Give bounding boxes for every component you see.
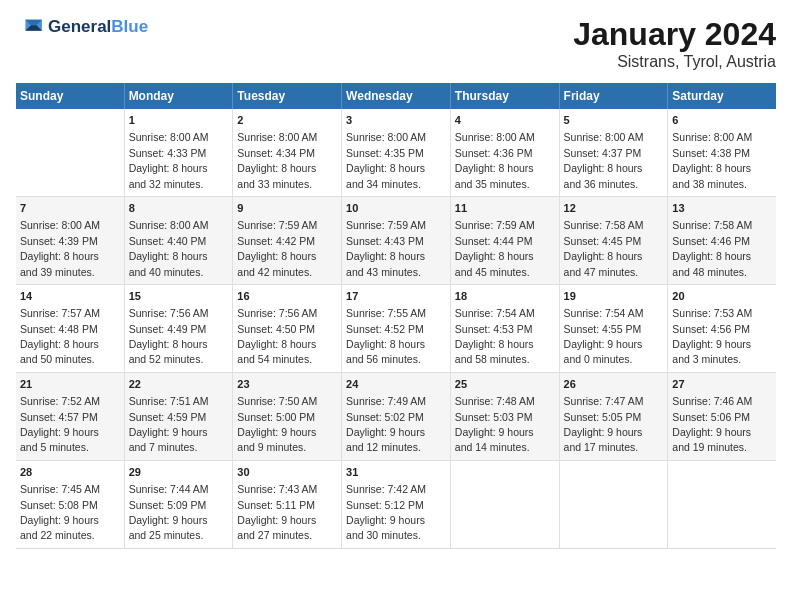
day-sunrise: Sunrise: 7:51 AM (129, 395, 209, 407)
day-sunrise: Sunrise: 7:47 AM (564, 395, 644, 407)
day-number: 23 (237, 377, 337, 392)
calendar-day: 8 Sunrise: 8:00 AM Sunset: 4:40 PM Dayli… (124, 196, 233, 284)
title-block: January 2024 Sistrans, Tyrol, Austria (573, 16, 776, 71)
calendar-day: 16 Sunrise: 7:56 AM Sunset: 4:50 PM Dayl… (233, 284, 342, 372)
calendar-day: 11 Sunrise: 7:59 AM Sunset: 4:44 PM Dayl… (450, 196, 559, 284)
day-sunrise: Sunrise: 7:43 AM (237, 483, 317, 495)
day-sunrise: Sunrise: 7:59 AM (455, 219, 535, 231)
calendar-day: 4 Sunrise: 8:00 AM Sunset: 4:36 PM Dayli… (450, 109, 559, 196)
day-number: 17 (346, 289, 446, 304)
calendar-day: 27 Sunrise: 7:46 AM Sunset: 5:06 PM Dayl… (668, 372, 776, 460)
day-sunrise: Sunrise: 8:00 AM (564, 131, 644, 143)
day-sunset: Sunset: 4:39 PM (20, 235, 98, 247)
day-daylight: Daylight: 9 hoursand 0 minutes. (564, 338, 643, 365)
day-daylight: Daylight: 8 hoursand 58 minutes. (455, 338, 534, 365)
day-sunrise: Sunrise: 7:58 AM (672, 219, 752, 231)
day-number: 7 (20, 201, 120, 216)
day-daylight: Daylight: 9 hoursand 5 minutes. (20, 426, 99, 453)
calendar-day: 22 Sunrise: 7:51 AM Sunset: 4:59 PM Dayl… (124, 372, 233, 460)
day-number: 21 (20, 377, 120, 392)
day-number: 15 (129, 289, 229, 304)
calendar-day: 3 Sunrise: 8:00 AM Sunset: 4:35 PM Dayli… (342, 109, 451, 196)
day-sunrise: Sunrise: 7:44 AM (129, 483, 209, 495)
day-daylight: Daylight: 9 hoursand 9 minutes. (237, 426, 316, 453)
day-sunrise: Sunrise: 7:50 AM (237, 395, 317, 407)
day-sunrise: Sunrise: 8:00 AM (129, 131, 209, 143)
day-daylight: Daylight: 8 hoursand 45 minutes. (455, 250, 534, 277)
day-sunrise: Sunrise: 8:00 AM (20, 219, 100, 231)
day-sunrise: Sunrise: 7:53 AM (672, 307, 752, 319)
day-sunset: Sunset: 5:00 PM (237, 411, 315, 423)
logo: GeneralBlue (16, 16, 148, 38)
day-daylight: Daylight: 9 hoursand 19 minutes. (672, 426, 751, 453)
calendar-day: 12 Sunrise: 7:58 AM Sunset: 4:45 PM Dayl… (559, 196, 668, 284)
day-sunset: Sunset: 5:12 PM (346, 499, 424, 511)
day-number: 2 (237, 113, 337, 128)
logo-icon (16, 16, 44, 38)
day-daylight: Daylight: 8 hoursand 50 minutes. (20, 338, 99, 365)
day-sunset: Sunset: 4:43 PM (346, 235, 424, 247)
calendar-day (450, 460, 559, 548)
day-sunrise: Sunrise: 7:55 AM (346, 307, 426, 319)
day-sunset: Sunset: 4:55 PM (564, 323, 642, 335)
day-number: 9 (237, 201, 337, 216)
day-number: 1 (129, 113, 229, 128)
day-sunset: Sunset: 4:33 PM (129, 147, 207, 159)
day-sunrise: Sunrise: 7:56 AM (237, 307, 317, 319)
day-number: 5 (564, 113, 664, 128)
day-sunrise: Sunrise: 7:45 AM (20, 483, 100, 495)
day-daylight: Daylight: 9 hoursand 7 minutes. (129, 426, 208, 453)
calendar-day: 13 Sunrise: 7:58 AM Sunset: 4:46 PM Dayl… (668, 196, 776, 284)
day-daylight: Daylight: 8 hoursand 40 minutes. (129, 250, 208, 277)
day-number: 14 (20, 289, 120, 304)
day-number: 16 (237, 289, 337, 304)
day-number: 18 (455, 289, 555, 304)
day-sunrise: Sunrise: 7:48 AM (455, 395, 535, 407)
day-number: 25 (455, 377, 555, 392)
calendar-day: 15 Sunrise: 7:56 AM Sunset: 4:49 PM Dayl… (124, 284, 233, 372)
day-sunrise: Sunrise: 8:00 AM (455, 131, 535, 143)
col-saturday: Saturday (668, 83, 776, 109)
day-sunset: Sunset: 4:59 PM (129, 411, 207, 423)
page-subtitle: Sistrans, Tyrol, Austria (573, 53, 776, 71)
day-daylight: Daylight: 8 hoursand 56 minutes. (346, 338, 425, 365)
day-sunset: Sunset: 4:52 PM (346, 323, 424, 335)
day-daylight: Daylight: 8 hoursand 33 minutes. (237, 162, 316, 189)
calendar-day: 28 Sunrise: 7:45 AM Sunset: 5:08 PM Dayl… (16, 460, 124, 548)
day-daylight: Daylight: 8 hoursand 36 minutes. (564, 162, 643, 189)
header-row-days: Sunday Monday Tuesday Wednesday Thursday… (16, 83, 776, 109)
col-thursday: Thursday (450, 83, 559, 109)
day-sunrise: Sunrise: 7:54 AM (455, 307, 535, 319)
page-container: GeneralBlue January 2024 Sistrans, Tyrol… (0, 0, 792, 557)
calendar-day: 7 Sunrise: 8:00 AM Sunset: 4:39 PM Dayli… (16, 196, 124, 284)
day-sunset: Sunset: 4:53 PM (455, 323, 533, 335)
day-number: 22 (129, 377, 229, 392)
day-number: 28 (20, 465, 120, 480)
day-number: 29 (129, 465, 229, 480)
col-sunday: Sunday (16, 83, 124, 109)
day-sunset: Sunset: 5:11 PM (237, 499, 315, 511)
calendar-day (16, 109, 124, 196)
day-number: 6 (672, 113, 772, 128)
day-number: 8 (129, 201, 229, 216)
calendar-week-4: 21 Sunrise: 7:52 AM Sunset: 4:57 PM Dayl… (16, 372, 776, 460)
day-daylight: Daylight: 8 hoursand 52 minutes. (129, 338, 208, 365)
day-sunrise: Sunrise: 8:00 AM (237, 131, 317, 143)
calendar-day: 14 Sunrise: 7:57 AM Sunset: 4:48 PM Dayl… (16, 284, 124, 372)
calendar-day: 2 Sunrise: 8:00 AM Sunset: 4:34 PM Dayli… (233, 109, 342, 196)
day-sunrise: Sunrise: 7:56 AM (129, 307, 209, 319)
day-number: 3 (346, 113, 446, 128)
day-number: 11 (455, 201, 555, 216)
day-number: 26 (564, 377, 664, 392)
day-daylight: Daylight: 8 hoursand 35 minutes. (455, 162, 534, 189)
day-sunset: Sunset: 4:37 PM (564, 147, 642, 159)
calendar-day: 21 Sunrise: 7:52 AM Sunset: 4:57 PM Dayl… (16, 372, 124, 460)
day-number: 20 (672, 289, 772, 304)
calendar-day: 1 Sunrise: 8:00 AM Sunset: 4:33 PM Dayli… (124, 109, 233, 196)
day-sunset: Sunset: 5:02 PM (346, 411, 424, 423)
day-sunset: Sunset: 4:38 PM (672, 147, 750, 159)
day-daylight: Daylight: 8 hoursand 48 minutes. (672, 250, 751, 277)
day-number: 4 (455, 113, 555, 128)
day-sunrise: Sunrise: 7:46 AM (672, 395, 752, 407)
day-sunrise: Sunrise: 7:57 AM (20, 307, 100, 319)
